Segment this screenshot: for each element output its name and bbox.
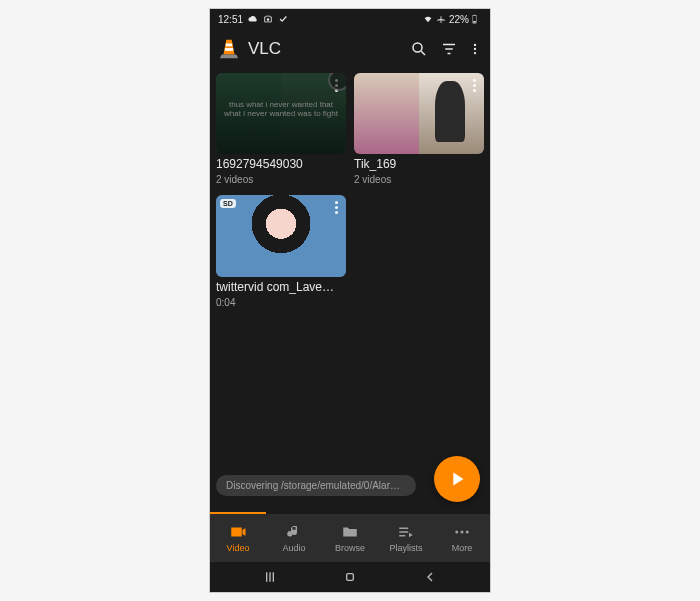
airplane-icon	[436, 14, 446, 24]
filter-button[interactable]	[438, 38, 460, 60]
tab-label: More	[452, 543, 473, 553]
overflow-menu-button[interactable]	[468, 38, 482, 60]
wifi-icon	[423, 14, 433, 24]
phone-screen: 12:51 22%	[209, 8, 491, 593]
folder-icon	[341, 523, 359, 541]
status-bar: 12:51 22%	[210, 9, 490, 29]
status-time: 12:51	[218, 14, 243, 25]
card-more-button[interactable]	[328, 197, 344, 217]
video-thumbnail: SD	[216, 195, 346, 276]
card-more-button[interactable]	[466, 75, 482, 95]
folder-card[interactable]: thus what i never wanted that what i nev…	[216, 73, 346, 185]
svg-point-6	[413, 43, 422, 52]
svg-point-9	[474, 52, 476, 54]
folder-thumbnail	[354, 73, 484, 154]
video-duration: 0:04	[216, 297, 346, 308]
video-grid: thus what i never wanted that what i nev…	[216, 73, 484, 308]
folder-subtitle: 2 videos	[354, 174, 484, 185]
svg-point-0	[267, 18, 270, 21]
folder-thumbnail: thus what i never wanted that what i nev…	[216, 73, 346, 154]
tab-label: Audio	[282, 543, 305, 553]
video-icon	[229, 523, 247, 541]
svg-point-12	[466, 531, 469, 534]
svg-point-11	[461, 531, 464, 534]
app-title: VLC	[248, 39, 400, 59]
tab-label: Video	[227, 543, 250, 553]
play-fab-button[interactable]	[434, 456, 480, 502]
svg-rect-4	[226, 44, 232, 47]
tab-browse[interactable]: Browse	[322, 514, 378, 562]
checkmark-icon	[278, 14, 288, 24]
discovering-status: Discovering /storage/emulated/0/Alarms/	[216, 475, 416, 496]
tab-label: Playlists	[389, 543, 422, 553]
bottom-tabs: Video Audio Browse Playlists More	[210, 514, 490, 562]
vlc-logo-icon	[218, 38, 240, 60]
svg-rect-3	[473, 21, 476, 23]
sd-badge: SD	[220, 199, 236, 208]
content-area: thus what i never wanted that what i nev…	[210, 69, 490, 512]
android-back-button[interactable]	[410, 569, 450, 585]
svg-rect-13	[347, 574, 354, 581]
folder-card[interactable]: Tik_169 2 videos	[354, 73, 484, 185]
folder-title: Tik_169	[354, 157, 484, 171]
folder-title: 1692794549030	[216, 157, 346, 171]
video-card[interactable]: SD twittervid com_Lave… 0:04	[216, 195, 346, 307]
app-bar: VLC	[210, 29, 490, 69]
tab-label: Browse	[335, 543, 365, 553]
svg-point-7	[474, 44, 476, 46]
battery-pct: 22%	[449, 14, 469, 25]
video-title: twittervid com_Lave…	[216, 280, 346, 294]
tab-audio[interactable]: Audio	[266, 514, 322, 562]
camera-icon	[263, 14, 273, 24]
more-icon	[453, 523, 471, 541]
battery-icon	[472, 14, 482, 24]
play-icon	[446, 468, 468, 490]
tab-playlists[interactable]: Playlists	[378, 514, 434, 562]
cloud-icon	[248, 14, 258, 24]
audio-icon	[285, 523, 303, 541]
svg-point-10	[455, 531, 458, 534]
search-button[interactable]	[408, 38, 430, 60]
android-recents-button[interactable]	[250, 569, 290, 585]
thumbnail-caption: thus what i never wanted that what i nev…	[222, 101, 340, 119]
svg-point-8	[474, 48, 476, 50]
tab-more[interactable]: More	[434, 514, 490, 562]
tab-video[interactable]: Video	[210, 514, 266, 562]
svg-rect-2	[474, 15, 476, 16]
android-nav-bar	[210, 562, 490, 592]
folder-subtitle: 2 videos	[216, 174, 346, 185]
playlist-icon	[397, 523, 415, 541]
svg-rect-5	[225, 48, 233, 51]
android-home-button[interactable]	[330, 569, 370, 585]
